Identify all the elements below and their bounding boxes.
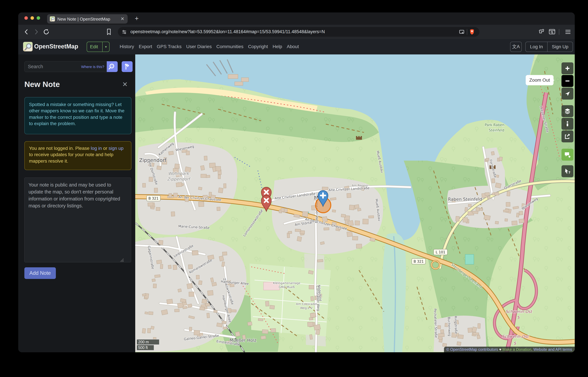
scale-metric: 200 m <box>137 339 159 345</box>
map-info-button[interactable] <box>562 118 573 130</box>
login-warning-box: You are not logged in. Please log in or … <box>24 141 132 170</box>
map-label: Schwerin-Ost <box>505 309 533 314</box>
nav-communities[interactable]: Communities <box>216 44 243 49</box>
osm-nav: History Export GPS Tracks User Diaries C… <box>120 44 299 49</box>
search-button[interactable] <box>107 61 118 72</box>
attribution-bar: © OpenStreetMap contributors ♥ Make a Do… <box>444 347 575 352</box>
reload-icon[interactable] <box>42 28 50 36</box>
zoom-out-button[interactable] <box>562 75 573 87</box>
osm-favicon <box>50 16 55 22</box>
panel-close-icon[interactable]: ✕ <box>121 81 129 88</box>
traffic-zoom-button[interactable] <box>37 16 40 20</box>
warning-text: or <box>102 146 109 151</box>
signup-link[interactable]: sign up <box>109 146 123 151</box>
map-label: Am Consrader <box>296 302 317 306</box>
tab-close-icon[interactable]: ✕ <box>120 16 125 22</box>
reading-list-icon[interactable] <box>459 29 465 35</box>
traffic-close-button[interactable] <box>24 16 28 20</box>
map-canvas[interactable]: ZippendorfWohnparkZippendorfMueßRaben St… <box>135 54 575 352</box>
search-placeholder: Search <box>28 64 43 69</box>
signup-button[interactable]: Sign Up <box>548 42 573 52</box>
map-label: Steinfeld <box>489 128 504 132</box>
map-label: Park Raben <box>485 123 504 127</box>
address-bar[interactable]: openstreetmap.org/note/new?lat=53.59952&… <box>118 27 479 37</box>
query-features-button[interactable]: ? <box>562 165 573 177</box>
note-textarea[interactable] <box>24 177 131 262</box>
sidebar: Search Where is this? New Note ✕ Spotted… <box>18 54 135 352</box>
map-label: Weg e.V. <box>300 306 313 310</box>
browser-window: New Note | OpenStreetMap ✕ + openstreetm… <box>18 12 575 352</box>
nav-history[interactable]: History <box>120 44 134 49</box>
osm-header: OpenStreetMap Edit ▾ History Export GPS … <box>18 39 575 55</box>
login-link[interactable]: log in <box>91 146 102 151</box>
map-label: Buchenweg <box>447 317 452 336</box>
nav-export[interactable]: Export <box>139 44 152 49</box>
map-label: Raben Steinfeld <box>448 197 482 202</box>
panel-title: New Note <box>24 80 60 89</box>
toolbar-divider <box>559 29 559 35</box>
layers-button[interactable] <box>562 105 573 117</box>
map-container[interactable]: ZippendorfWohnparkZippendorfMueßRaben St… <box>135 54 575 352</box>
scale-imperial: 500 ft <box>137 345 154 351</box>
url-text: openstreetmap.org/note/new?lat=53.59952&… <box>130 29 325 34</box>
locate-button[interactable] <box>562 88 573 100</box>
extensions-icon[interactable] <box>538 28 546 36</box>
terms-link[interactable]: Website and API terms <box>533 347 572 352</box>
map-label: Kleingartenanlage <box>273 281 300 285</box>
donation-link[interactable]: Make a Donation <box>502 347 531 352</box>
zoom-out-tooltip: Zoom Out <box>526 75 554 85</box>
traffic-minimize-button[interactable] <box>31 16 34 20</box>
road-shield: B 321 <box>147 195 160 201</box>
search-input[interactable]: Search Where is this? <box>24 61 107 72</box>
textarea-resize-handle[interactable] <box>120 258 124 262</box>
zoom-in-button[interactable] <box>562 62 573 74</box>
site-settings-icon[interactable] <box>122 29 127 35</box>
edit-label: Edit <box>90 44 98 49</box>
auth-buttons: Log In Sign Up <box>525 42 573 52</box>
map-label: 5 <box>513 341 516 346</box>
where-is-this-link[interactable]: Where is this? <box>81 65 104 69</box>
share-button[interactable] <box>562 130 573 142</box>
nav-about[interactable]: About <box>287 44 299 49</box>
nav-gps-tracks[interactable]: GPS Tracks <box>157 44 181 49</box>
map-label: Ringstraße <box>454 316 458 334</box>
map-label: Wohnpark <box>168 171 189 176</box>
brave-shield-icon[interactable] <box>469 29 475 35</box>
menu-icon[interactable] <box>564 28 572 36</box>
tab-title: New Note | OpenStreetMap <box>57 17 110 22</box>
sidebar-search-icon[interactable] <box>548 28 556 36</box>
bookmark-icon[interactable] <box>105 28 113 36</box>
map-label: Schwerin-Ost <box>502 334 529 339</box>
add-map-note-button[interactable] <box>562 149 573 161</box>
svg-text:B 321: B 321 <box>148 197 158 200</box>
svg-text:?: ? <box>568 170 570 174</box>
map-label: 5 <box>517 315 520 320</box>
road-shield: B 321 <box>412 259 426 264</box>
note-info-box: Spotted a mistake or something missing? … <box>24 97 132 134</box>
warning-text: You are not logged in. Please <box>29 146 91 151</box>
tab-strip: New Note | OpenStreetMap ✕ + <box>18 12 575 25</box>
svg-text:L 101: L 101 <box>436 250 445 254</box>
add-note-button[interactable]: Add Note <box>24 267 56 279</box>
back-icon[interactable] <box>22 28 31 36</box>
map-label: Zippendorf <box>139 157 167 163</box>
osm-contributors-link[interactable]: © OpenStreetMap contributors <box>446 347 498 352</box>
svg-text:B 321: B 321 <box>413 259 424 263</box>
osm-logo <box>23 42 33 52</box>
new-tab-button[interactable]: + <box>133 15 141 23</box>
edit-dropdown-caret[interactable]: ▾ <box>102 42 109 52</box>
browser-toolbar: openstreetmap.org/note/new?lat=53.59952&… <box>18 25 575 39</box>
translate-button[interactable]: 文A <box>510 42 522 52</box>
nav-user-diaries[interactable]: User Diaries <box>186 44 212 49</box>
nav-help[interactable]: Help <box>273 44 282 49</box>
edit-button[interactable]: Edit ▾ <box>87 42 110 52</box>
directions-button[interactable] <box>122 61 133 72</box>
brand-title[interactable]: OpenStreetMap <box>34 43 78 50</box>
forward-icon[interactable] <box>32 28 40 36</box>
login-button[interactable]: Log In <box>526 42 548 52</box>
browser-tab[interactable]: New Note | OpenStreetMap ✕ <box>47 14 128 24</box>
search-icon <box>107 61 118 72</box>
nav-copyright[interactable]: Copyright <box>248 44 268 49</box>
heart-icon: ♥ <box>499 347 501 352</box>
road-shield: L 101 <box>434 249 447 255</box>
